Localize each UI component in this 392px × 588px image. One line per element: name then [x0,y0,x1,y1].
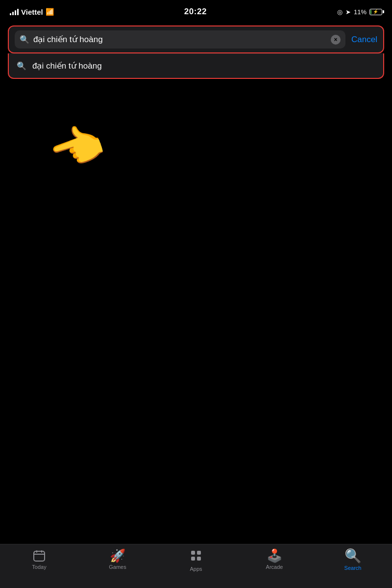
tab-bar: Today 🚀 Games Apps 🕹️ Arcade 🔍 Search [0,544,392,588]
svg-rect-3 [34,554,45,555]
apps-icon [190,549,202,564]
signal-bar-4 [17,9,19,15]
svg-rect-5 [197,551,201,555]
tab-today[interactable]: Today [0,549,78,570]
svg-rect-7 [197,557,201,561]
clear-button[interactable]: × [331,35,341,45]
svg-rect-0 [34,551,45,561]
search-query-text: đại chiến tứ hoàng [33,34,327,45]
battery-icon: ⚡ [369,9,382,15]
status-right: ◎ ➤ 11% ⚡ [337,8,382,16]
svg-rect-6 [191,557,195,561]
battery-fill [370,10,371,14]
wifi-icon: 📶 [46,8,54,16]
tab-games-label: Games [109,564,126,570]
svg-rect-2 [41,550,42,553]
signal-bar-1 [10,13,11,15]
today-icon [33,549,46,562]
status-time: 20:22 [184,7,207,17]
signal-bars-icon [10,8,19,15]
svg-rect-4 [191,551,195,555]
search-input-wrapper[interactable]: 🔍 đại chiến tứ hoàng × [15,30,345,49]
suggestion-row-0[interactable]: 🔍 đại chiến tứ hoàng [9,53,383,78]
battery-lightning-icon: ⚡ [373,9,378,14]
tab-arcade[interactable]: 🕹️ Arcade [235,549,314,570]
tab-games[interactable]: 🚀 Games [78,549,157,570]
tab-search-label: Search [344,565,362,571]
tab-arcade-label: Arcade [266,564,283,570]
cancel-button[interactable]: Cancel [349,35,377,45]
arrow-icon: ➤ [345,8,351,16]
carrier-label: Viettel [21,8,43,16]
search-icon: 🔍 [20,35,29,44]
battery-percent: 11% [354,8,367,16]
tab-apps[interactable]: Apps [157,549,235,572]
games-icon: 🚀 [110,549,125,562]
svg-rect-1 [36,550,37,553]
arcade-icon: 🕹️ [267,549,282,562]
suggestion-search-icon: 🔍 [17,61,26,71]
tab-search[interactable]: 🔍 Search [314,549,392,571]
search-bar-container: 🔍 đại chiến tứ hoàng × Cancel [8,25,384,53]
suggestion-container: 🔍 đại chiến tứ hoàng [8,53,384,79]
suggestion-text-0: đại chiến tứ hoàng [32,61,102,71]
search-area: 🔍 đại chiến tứ hoàng × Cancel [0,22,392,53]
search-tab-icon: 🔍 [344,549,362,563]
signal-bar-3 [15,10,16,15]
tab-apps-label: Apps [190,566,202,572]
pointing-hand-emoji: 👈 [42,115,111,182]
status-bar: Viettel 📶 20:22 ◎ ➤ 11% ⚡ [0,0,392,22]
search-bar-row: 🔍 đại chiến tứ hoàng × Cancel [15,30,377,49]
signal-bar-2 [12,12,14,15]
battery-container: ⚡ [369,9,382,15]
tab-today-label: Today [32,564,46,570]
status-left: Viettel 📶 [10,8,54,16]
location-icon: ◎ [337,8,343,16]
